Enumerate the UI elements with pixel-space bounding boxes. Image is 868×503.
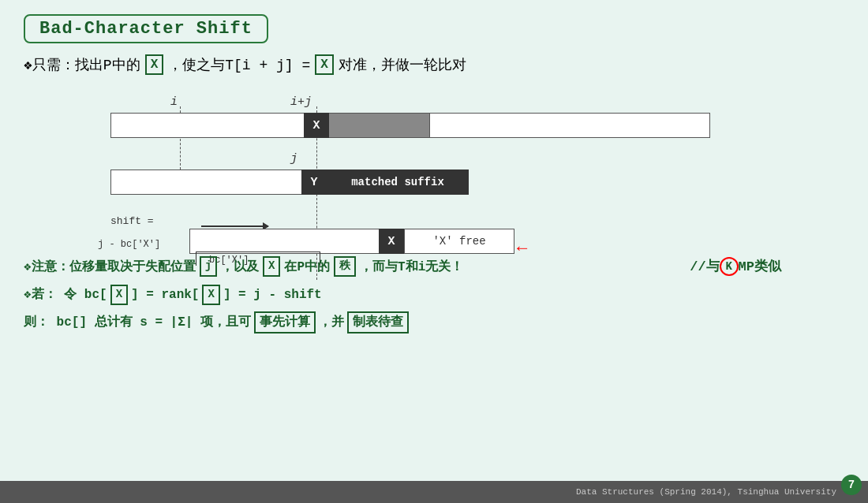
last-prefix: 则： bc[] 总计有 s = |Σ| 项，且可 [24,314,251,330]
line1-suffix: 对准，并做一轮比对 [339,55,466,74]
diamond-1: ❖只需：找出P中的 [24,55,140,74]
note-rank-box: 秩 [334,256,356,277]
j-bc-label: j - bc['X'] [98,239,160,250]
formula-prefix: ❖若： 令 bc[ [24,286,107,303]
x-box-1: X [145,54,164,75]
t-bar-x-cell: X [304,113,329,138]
bc-brace-top [196,251,320,252]
p2-bar-free: 'X' free [404,229,514,254]
bottom-bar: Data Structures (Spring 2014), Tsinghua … [0,481,868,503]
last-box1: 事先计算 [254,311,316,333]
shift-label: shift = [110,215,154,227]
title-box: Bad-Character Shift [24,14,268,43]
formula-x2: X [202,285,219,305]
last-line: 则： bc[] 总计有 s = |Σ| 项，且可 事先计算 ，并 制表待查 [24,311,844,333]
line1: ❖只需：找出P中的 X ，使之与T[i + j] = X 对准，并做一轮比对 [24,54,844,75]
label-j: j [290,152,297,166]
label-i: i [170,95,178,109]
note-x-box: X [263,256,280,277]
slide-title: Bad-Character Shift [39,19,253,39]
last-box2: 制表待查 [347,311,409,333]
slide: Bad-Character Shift ❖只需：找出P中的 X ，使之与T[i … [0,0,868,503]
shift-arrow [201,225,268,227]
kmp-note: //与KMP类似 [690,257,781,277]
page-number: 7 [841,475,862,495]
footer-text: Data Structures (Spring 2014), Tsinghua … [576,487,836,497]
note-prefix: ❖注意：位移量取决于失配位置 [24,259,196,275]
p2-bar-x-cell: X [379,229,404,254]
label-iplusj: i+j [290,95,312,109]
p-bar-matched: matched suffix [327,170,469,195]
formula-line: ❖若： 令 bc[ X ] = rank[ X ] = j - shift [24,285,844,305]
x-box-2: X [315,54,334,75]
last-middle: ，并 [319,314,344,330]
line1-middle: ，使之与T[i + j] = [168,55,310,74]
note-j-box: j [200,256,217,277]
formula-m2: ] = j - shift [223,288,322,302]
note-suffix2: ，而与T和i无关！ [360,259,463,275]
note-suffix1: 在P中的 [284,259,330,275]
kmp-circle: K [720,257,739,276]
formula-m1: ] = rank[ [131,288,199,302]
note-middle: ，以及 [221,259,259,275]
p-bar-y-cell: Y [301,170,327,195]
diagram-area: i i+j X j Y matched suffix shift = j - b… [63,83,710,264]
formula-x1: X [110,285,128,305]
note-line-1: ❖注意：位移量取决于失配位置 j ，以及 X 在P中的 秩 ，而与T和i无关！ … [24,256,844,277]
